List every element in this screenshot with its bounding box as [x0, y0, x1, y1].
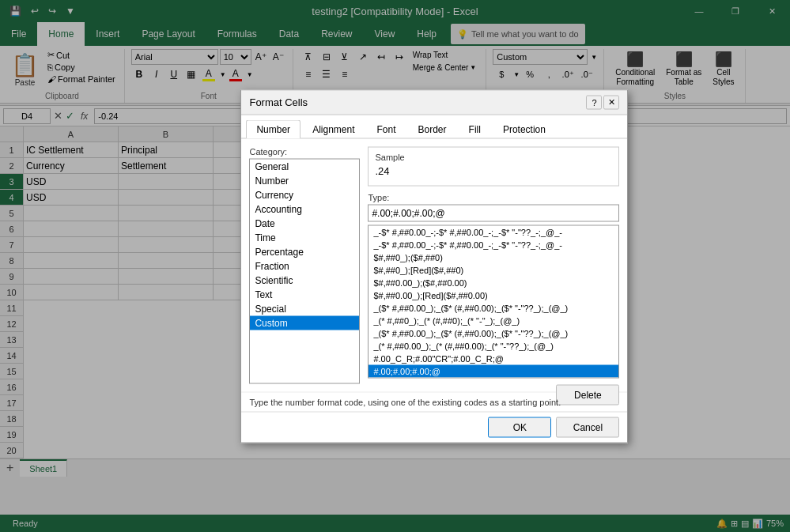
cat-custom[interactable]: Custom — [250, 315, 359, 330]
cat-accounting[interactable]: Accounting — [250, 202, 359, 216]
category-list[interactable]: General Number Currency Accounting Date … — [249, 158, 360, 383]
category-label: Category: — [249, 146, 360, 156]
cat-date[interactable]: Date — [250, 216, 359, 230]
dialog-buttons: OK Cancel — [241, 411, 627, 442]
type-item-11[interactable]: #.00_C_R;#.00"CR";#.00_C_R;@ — [369, 352, 618, 364]
dialog-tab-protection[interactable]: Protection — [493, 119, 556, 138]
ok-button[interactable]: OK — [488, 417, 551, 437]
dialog-close-btn[interactable]: ✕ — [603, 95, 619, 109]
type-section: Type: _-$* #,##0.00_-;-$* #,##0.00_-;_-$… — [368, 192, 619, 378]
type-item-2[interactable]: _-$* #,##0.00_-;-$* #,##0.00_-;_-$* "-"?… — [369, 238, 618, 251]
dialog-help-btn[interactable]: ? — [586, 95, 602, 109]
format-panel: Sample .24 Type: _-$* #,##0.00_-;-$* #,#… — [368, 146, 619, 383]
dialog-tab-font[interactable]: Font — [367, 119, 406, 138]
format-cells-dialog: Format Cells ? ✕ Number Alignment Font B… — [240, 89, 628, 443]
dialog-body: Category: General Number Currency Accoun… — [241, 138, 627, 391]
type-item-7[interactable]: _($* #,##0.00_);_($* (#,##0.00);_($* "-"… — [369, 301, 618, 314]
cat-special[interactable]: Special — [250, 301, 359, 315]
type-item-1[interactable]: _-$* #,##0.00_-;-$* #,##0.00_-;_-$* "-"?… — [369, 225, 618, 238]
type-item-8[interactable]: _(* #,##0_);_(* (#,##0);_(* "-"_);_(@_) — [369, 314, 618, 326]
cat-text[interactable]: Text — [250, 287, 359, 301]
cat-general[interactable]: General — [250, 159, 359, 173]
type-list-container[interactable]: _-$* #,##0.00_-;-$* #,##0.00_-;_-$* "-"?… — [368, 224, 619, 378]
type-item-12[interactable]: #.00;#.00;#.00;@ — [369, 364, 618, 377]
cat-fraction[interactable]: Fraction — [250, 258, 359, 273]
type-item-6[interactable]: $#,##0.00_);[Red]($#,##0.00) — [369, 289, 618, 301]
category-panel: Category: General Number Currency Accoun… — [249, 146, 360, 383]
type-item-10[interactable]: _(* #,##0.00_);_(* (#,##0.00);_(* "-"??_… — [369, 339, 618, 352]
modal-overlay: Format Cells ? ✕ Number Alignment Font B… — [0, 0, 790, 532]
dialog-controls: ? ✕ — [586, 95, 619, 109]
sample-section: Sample .24 — [368, 146, 619, 186]
dialog-tab-border[interactable]: Border — [408, 119, 457, 138]
cancel-button[interactable]: Cancel — [556, 417, 619, 437]
type-input[interactable] — [368, 204, 619, 221]
type-item-3[interactable]: $#,##0_);($#,##0) — [369, 251, 618, 263]
cat-number[interactable]: Number — [250, 173, 359, 187]
type-label: Type: — [368, 192, 619, 202]
cat-currency[interactable]: Currency — [250, 187, 359, 202]
dialog-tabs: Number Alignment Font Border Fill Protec… — [241, 115, 627, 138]
dialog-title: Format Cells — [249, 96, 308, 108]
sample-label: Sample — [375, 152, 612, 161]
type-item-5[interactable]: $#,##0.00_);($#,##0.00) — [369, 276, 618, 289]
dialog-titlebar: Format Cells ? ✕ — [241, 90, 627, 115]
type-item-9[interactable]: _($* #,##0.00_);_($* (#,##0.00);_($* "-"… — [369, 326, 618, 339]
dialog-tab-fill[interactable]: Fill — [459, 119, 491, 138]
cat-percentage[interactable]: Percentage — [250, 244, 359, 258]
type-item-4[interactable]: $#,##0_);[Red]($#,##0) — [369, 263, 618, 276]
delete-button[interactable]: Delete — [556, 384, 619, 405]
sample-value: .24 — [375, 164, 612, 180]
cat-time[interactable]: Time — [250, 230, 359, 244]
dialog-tab-number[interactable]: Number — [246, 119, 301, 138]
cat-scientific[interactable]: Scientific — [250, 273, 359, 287]
dialog-tab-alignment[interactable]: Alignment — [302, 119, 365, 138]
